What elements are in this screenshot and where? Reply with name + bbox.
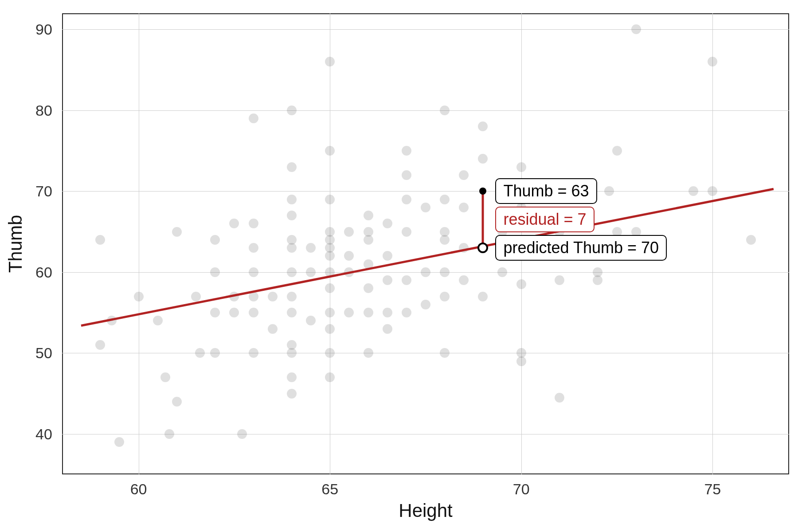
scatter-point [364,348,373,358]
gridline-v [712,13,713,474]
scatter-point [364,211,373,220]
scatter-point [631,24,641,34]
scatter-point [95,235,105,245]
scatter-point [306,316,316,325]
scatter-point [440,267,450,277]
scatter-point [344,308,354,317]
scatter-point [287,235,297,245]
scatter-point [325,283,335,293]
scatter-point [421,203,430,212]
scatter-point [440,227,450,237]
scatter-point [478,121,488,131]
scatter-point [325,57,335,66]
scatter-point [287,162,297,172]
scatter-point [287,195,297,204]
scatter-point [497,267,507,277]
scatter-point [164,429,174,439]
gridline-h [62,353,789,353]
scatter-point [612,146,622,156]
scatter-point [325,372,335,382]
y-tick-label: 40 [35,425,52,442]
scatter-point [237,429,247,439]
scatter-point [325,324,335,334]
scatter-point [268,324,278,334]
scatter-point [191,292,201,301]
scatter-point [440,348,450,358]
scatter-point [746,235,756,245]
scatter-point [516,279,526,289]
scatter-point [287,372,297,382]
scatter-point [153,316,163,325]
scatter-point [95,340,105,350]
scatter-point [516,162,526,172]
scatter-point [172,397,182,407]
scatter-point [229,219,239,228]
scatter-point [421,300,430,309]
predicted-label: predicted Thumb = 70 [495,235,667,261]
scatter-point [195,348,205,358]
y-tick-label: 50 [35,344,52,362]
y-tick-label: 60 [35,263,52,281]
gridline-h [62,191,789,192]
scatter-point [249,113,258,123]
scatter-point [249,348,258,358]
scatter-point [421,267,430,277]
observed-point [479,188,486,195]
x-tick-label: 70 [513,481,530,498]
scatter-point [440,195,450,204]
scatter-point [287,308,297,317]
scatter-point [383,251,392,261]
scatter-point [402,195,411,204]
scatter-point [287,389,297,399]
scatter-point [134,292,144,301]
scatter-point [440,292,450,301]
scatter-point [249,243,258,253]
scatter-point [402,275,411,285]
plot-area [62,13,789,474]
scatter-point [604,186,614,196]
scatter-chart: 60657075405060708090HeightThumbThumb = 6… [0,0,798,532]
scatter-point [325,348,335,358]
scatter-point [249,267,258,277]
scatter-point [555,275,564,285]
scatter-point [555,393,564,403]
x-tick-label: 60 [130,481,147,498]
residual-line [482,191,484,248]
scatter-point [287,340,297,350]
scatter-point [478,154,488,164]
gridline-h [62,29,789,30]
y-tick-label: 70 [35,183,52,200]
residual-label: residual = 7 [495,207,594,232]
scatter-point [516,356,526,366]
scatter-point [688,186,698,196]
scatter-point [402,146,411,156]
scatter-point [459,275,469,285]
scatter-point [229,308,239,317]
scatter-point [402,170,411,180]
gridline-h [62,110,789,111]
predicted-point [477,243,488,253]
scatter-point [249,308,258,317]
scatter-point [708,186,717,196]
y-axis-label: Thumb [5,215,26,273]
scatter-point [287,106,297,115]
scatter-point [383,219,392,228]
scatter-point [364,308,373,317]
scatter-point [440,106,450,115]
scatter-point [383,308,392,317]
scatter-point [210,235,220,245]
scatter-point [459,203,469,212]
scatter-point [402,227,411,237]
scatter-point [268,292,278,301]
scatter-point [287,211,297,220]
scatter-point [210,267,220,277]
scatter-point [172,227,182,237]
scatter-point [287,292,297,301]
y-tick-label: 80 [35,102,52,119]
scatter-point [114,437,124,447]
scatter-point [383,275,392,285]
scatter-point [325,195,335,204]
scatter-point [383,324,392,334]
x-axis-label: Height [399,500,452,521]
scatter-point [478,292,488,301]
